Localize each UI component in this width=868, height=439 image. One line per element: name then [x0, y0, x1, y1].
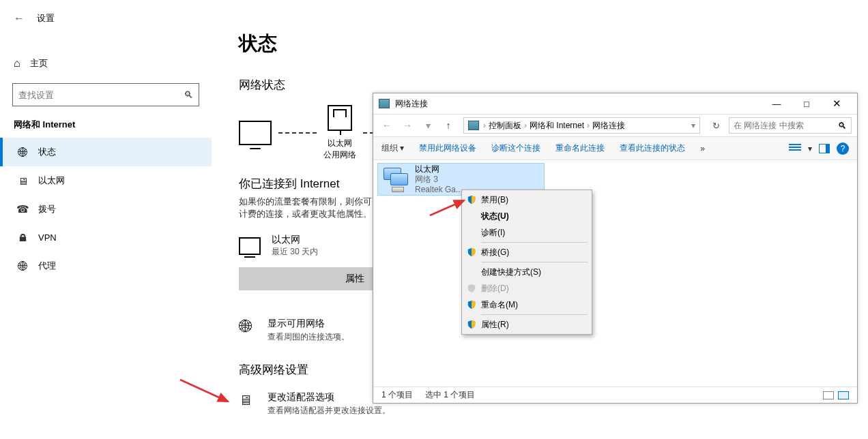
toolbar-overflow[interactable]: » — [700, 144, 705, 153]
search-box[interactable]: 🔍︎ — [12, 83, 199, 106]
settings-title: 设置 — [37, 12, 55, 25]
nav-forward-button[interactable]: → — [399, 117, 416, 134]
shield-icon — [466, 283, 477, 294]
chevron-down-icon[interactable]: ▾ — [808, 144, 812, 153]
settings-header: ← 设置 — [0, 7, 212, 30]
toolbar-diagnose[interactable]: 诊断这个连接 — [491, 142, 540, 154]
nc-title: 网络连接 — [395, 98, 762, 110]
toolbar-organize[interactable]: 组织 ▾ — [381, 142, 404, 154]
diagram-eth-sub: 公用网络 — [323, 149, 356, 161]
nav-back-button[interactable]: ← — [379, 117, 395, 134]
home-icon: ⌂ — [14, 57, 20, 70]
breadcrumb-item[interactable]: 控制面板 — [489, 120, 521, 132]
show-networks-title: 显示可用网络 — [267, 318, 349, 330]
sidebar-item-vpn[interactable]: 🔒︎ VPN — [0, 224, 212, 252]
toolbar-view-status[interactable]: 查看此连接的状态 — [620, 142, 685, 154]
toolbar-disable[interactable]: 禁用此网络设备 — [419, 142, 476, 154]
ctx-separator — [481, 262, 588, 262]
search-input[interactable] — [18, 90, 184, 100]
toolbar-rename[interactable]: 重命名此连接 — [555, 142, 605, 154]
nc-searchbox[interactable]: 🔍︎ — [729, 117, 852, 134]
nc-statusbar: 1 个项目 选中 1 个项目 — [373, 387, 857, 403]
diagram-ethernet: 以太网 公用网络 — [323, 105, 356, 161]
ctx-rename[interactable]: 重命名(M) — [463, 297, 590, 313]
ctx-disable[interactable]: 禁用(B) — [463, 192, 590, 208]
ethernet-info-sub: 最近 30 天内 — [272, 246, 318, 258]
adapter-options-desc: 查看网络适配器并更改连接设置。 — [267, 405, 390, 417]
ctx-bridge[interactable]: 桥接(G) — [463, 244, 590, 260]
vpn-icon: 🔒︎ — [16, 232, 29, 243]
maximize-button[interactable]: □ — [792, 94, 822, 113]
adapter-options-title: 更改适配器选项 — [267, 391, 390, 404]
sidebar-item-label: 代理 — [38, 260, 56, 272]
status-selected: 选中 1 个项目 — [425, 389, 475, 401]
ctx-separator — [481, 314, 588, 315]
adapter-name: 以太网 — [415, 164, 463, 175]
sidebar-item-label: VPN — [38, 232, 57, 243]
sidebar-section-title: 网络和 Internet — [0, 106, 212, 138]
nc-navrow: ← → ▾ ↑ › 控制面板 › 网络和 Internet › 网络连接 ▾ ↻… — [373, 114, 857, 137]
sidebar-item-proxy[interactable]: 🌐︎ 代理 — [0, 252, 212, 280]
adapter-network: 网络 3 — [415, 175, 463, 185]
ethernet-icon: 🖥︎ — [16, 175, 29, 187]
page-title: 状态 — [239, 31, 868, 57]
context-menu: 禁用(B) 状态(U) 诊断(I) 桥接(G) 创建快捷方式(S) 删除(D) … — [461, 190, 592, 335]
diagram-line — [278, 132, 317, 134]
nc-body[interactable]: 以太网 网络 3 Realtek Ga... — [373, 160, 857, 387]
view-options-icon[interactable] — [789, 144, 801, 153]
settings-sidebar: ← 设置 ⌂ 主页 🔍︎ 网络和 Internet 🌐︎ 状态 🖥︎ 以太网 ☎… — [0, 0, 212, 439]
ethernet-icon — [328, 105, 352, 131]
adapter-icon: 🖥︎ — [239, 391, 258, 408]
search-icon: 🔍︎ — [838, 121, 847, 131]
adapter-driver: Realtek Ga... — [415, 185, 463, 195]
ctx-status[interactable]: 状态(U) — [463, 208, 590, 224]
search-icon: 🔍︎ — [184, 89, 193, 100]
sidebar-item-label: 状态 — [38, 146, 56, 158]
breadcrumb-item[interactable]: 网络和 Internet — [530, 120, 584, 132]
back-icon[interactable]: ← — [14, 12, 25, 25]
nc-toolbar: 组织 ▾ 禁用此网络设备 诊断这个连接 重命名此连接 查看此连接的状态 » ▾ … — [373, 137, 857, 160]
status-count: 1 个项目 — [381, 389, 413, 401]
nav-dropdown[interactable]: ▾ — [420, 117, 436, 134]
ctx-delete: 删除(D) — [463, 280, 590, 297]
nav-up-button[interactable]: ↑ — [440, 117, 457, 134]
details-view-icon[interactable] — [823, 391, 834, 399]
preview-pane-icon[interactable] — [819, 144, 830, 153]
network-status-heading: 网络状态 — [239, 77, 868, 93]
proxy-icon: 🌐︎ — [16, 260, 29, 272]
sidebar-item-label: 以太网 — [38, 175, 65, 187]
sidebar-item-ethernet[interactable]: 🖥︎ 以太网 — [0, 166, 212, 195]
adapter-icon — [382, 166, 409, 192]
breadcrumb-item[interactable]: 网络连接 — [592, 120, 625, 132]
home-label: 主页 — [30, 57, 48, 70]
shield-icon — [466, 194, 477, 205]
dialup-icon: ☎︎ — [16, 203, 29, 215]
nc-titlebar-icon — [379, 99, 390, 108]
show-networks-desc: 查看周围的连接选项。 — [267, 331, 349, 343]
shield-icon — [466, 299, 477, 310]
ctx-separator — [481, 242, 588, 243]
sidebar-item-status[interactable]: 🌐︎ 状态 — [0, 138, 212, 166]
ethernet-info-name: 以太网 — [272, 234, 318, 246]
shield-icon — [466, 247, 477, 258]
pc-icon — [239, 121, 272, 145]
ethernet-info-icon — [239, 237, 261, 255]
sidebar-item-dialup[interactable]: ☎︎ 拨号 — [0, 195, 212, 224]
refresh-button[interactable]: ↻ — [707, 117, 725, 134]
close-button[interactable]: ✕ — [822, 94, 852, 113]
large-icons-view-icon[interactable] — [838, 391, 849, 399]
ctx-diagnose[interactable]: 诊断(I) — [463, 224, 590, 241]
breadcrumb-icon — [468, 121, 479, 130]
network-connections-window: 网络连接 — □ ✕ ← → ▾ ↑ › 控制面板 › 网络和 Internet… — [373, 93, 858, 404]
minimize-button[interactable]: — — [762, 94, 792, 113]
view-mode-icons[interactable] — [823, 391, 849, 399]
nc-search-input[interactable] — [734, 121, 838, 130]
breadcrumb[interactable]: › 控制面板 › 网络和 Internet › 网络连接 ▾ — [463, 117, 700, 134]
sidebar-item-label: 拨号 — [38, 203, 56, 215]
diagram-eth-label: 以太网 — [323, 138, 356, 149]
sidebar-home[interactable]: ⌂ 主页 — [0, 50, 212, 76]
help-icon[interactable]: ? — [837, 142, 849, 155]
ctx-shortcut[interactable]: 创建快捷方式(S) — [463, 264, 590, 280]
status-icon: 🌐︎ — [16, 147, 29, 158]
ctx-properties[interactable]: 属性(R) — [463, 316, 590, 333]
